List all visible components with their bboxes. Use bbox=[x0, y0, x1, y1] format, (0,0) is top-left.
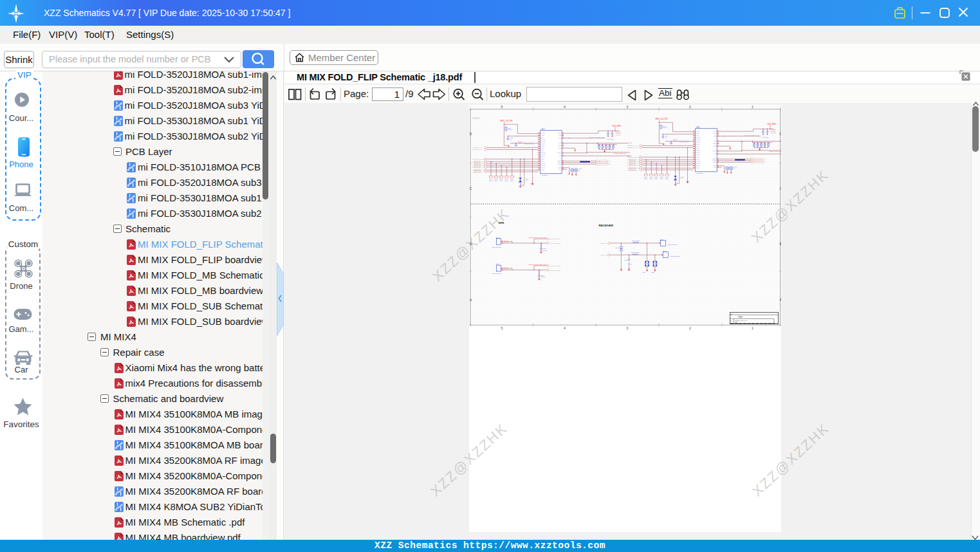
svg-text:A4: A4 bbox=[730, 321, 732, 322]
svg-text:1: 1 bbox=[752, 326, 753, 330]
svg-text:5: 5 bbox=[501, 326, 503, 330]
svg-text:RECEIVER BOX: RECEIVER BOX bbox=[668, 244, 678, 245]
svg-text:NC/1uF: NC/1uF bbox=[541, 276, 546, 277]
svg-text:4: 4 bbox=[564, 326, 566, 330]
svg-text:5: 5 bbox=[501, 105, 503, 109]
svg-text:1: 1 bbox=[752, 105, 753, 109]
svg-text:C831: C831 bbox=[629, 263, 633, 264]
svg-text:SPEAKER BOX: SPEAKER BOX bbox=[492, 246, 502, 248]
svg-text:C: C bbox=[470, 187, 472, 190]
svg-text:C: C bbox=[779, 187, 781, 190]
svg-text:J18S: J18S bbox=[735, 321, 738, 322]
svg-text:D: D bbox=[779, 132, 781, 136]
svg-text:L801 NC/2R2: L801 NC/2R2 bbox=[632, 240, 640, 241]
svg-text:2: 2 bbox=[689, 105, 691, 109]
svg-text:D803: D803 bbox=[616, 247, 620, 248]
svg-text:B: B bbox=[780, 242, 781, 246]
svg-text:YM07: YM07 bbox=[738, 316, 743, 318]
svg-text:L802 NC/2R2: L802 NC/2R2 bbox=[631, 252, 640, 253]
svg-text:C830: C830 bbox=[624, 259, 628, 261]
svg-text:A: A bbox=[780, 298, 781, 302]
svg-text:2: 2 bbox=[689, 326, 691, 330]
svg-text:RECEIVER: RECEIVER bbox=[599, 224, 614, 227]
svg-text:D804: D804 bbox=[642, 271, 646, 273]
svg-text:D: D bbox=[470, 132, 472, 136]
svg-text:C0769 26: C0769 26 bbox=[472, 117, 480, 120]
svg-text:No.: No. bbox=[730, 313, 733, 315]
svg-text:3: 3 bbox=[627, 326, 629, 330]
svg-text:AUDIO2_SPEAKER_INP: AUDIO2_SPEAKER_INP bbox=[528, 264, 546, 266]
svg-text:SCHEMATIC-FLIP: SCHEMATIC-FLIP bbox=[735, 320, 747, 321]
svg-text:3: 3 bbox=[627, 105, 629, 109]
svg-text:4: 4 bbox=[564, 105, 566, 109]
svg-text:NC/1uF: NC/1uF bbox=[543, 250, 548, 251]
svg-text:RECEIVER BOX: RECEIVER BOX bbox=[670, 255, 681, 257]
svg-text:D805: D805 bbox=[651, 271, 655, 273]
svg-text:SPEAKER BOX: SPEAKER BOX bbox=[492, 273, 502, 274]
svg-text:AUDIO1_SPEAKER_INN: AUDIO1_SPEAKER_INN bbox=[528, 237, 546, 239]
